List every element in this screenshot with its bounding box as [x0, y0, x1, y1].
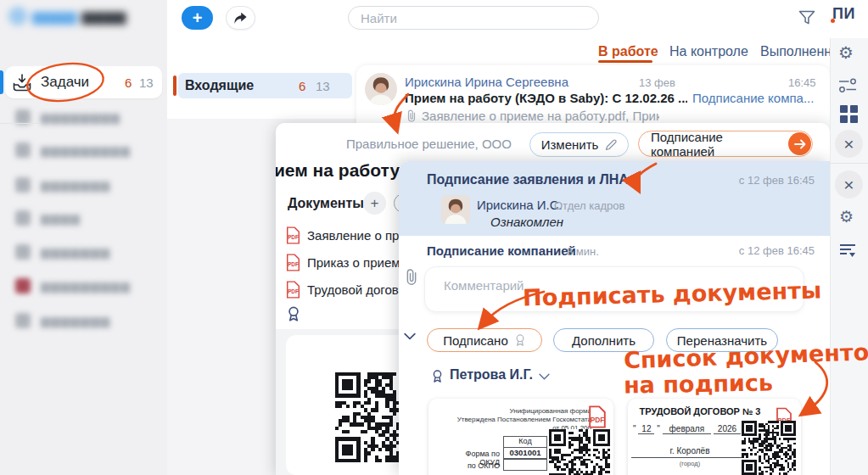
inbox-count-total: 13 — [316, 79, 330, 93]
contract-title: ТРУДОВОЙ ДОГОВОР № 3 — [628, 406, 772, 416]
add-button[interactable]: + — [182, 6, 213, 30]
sidebar-item-blurred-1[interactable]: ▆▆▆▆▆▆▆▆ — [0, 100, 167, 134]
task-stage-link[interactable]: Подписание компа... — [692, 91, 814, 105]
search-field — [348, 6, 599, 30]
okud-value: 0301001 — [503, 447, 547, 459]
pdf-icon: PDF — [286, 254, 300, 271]
pencil-icon — [605, 139, 617, 151]
sliders-icon[interactable] — [838, 78, 857, 93]
task-time: 16:45 — [788, 76, 816, 89]
paperclip-icon[interactable] — [405, 268, 418, 286]
contract-day: 12 — [638, 424, 654, 434]
comment-placeholder: Комментарий — [444, 278, 524, 293]
signer-name[interactable]: Петрова И.Г. — [450, 367, 533, 383]
stage2-duration: 8 мин. — [567, 245, 599, 258]
settings-gear-icon[interactable]: ⚙ — [838, 42, 854, 63]
active-item-indicator — [0, 70, 3, 94]
comment-input[interactable]: Комментарий — [424, 266, 804, 312]
blurred-icon — [15, 210, 31, 226]
sign-company-button[interactable]: Подписание компанией — [638, 131, 813, 157]
tasks-count-total: 13 — [139, 75, 154, 90]
sidebar-item-tasks-label: Задачи — [41, 74, 89, 91]
inbox-count-new: 6 — [299, 79, 305, 93]
doc-preview-application-form[interactable]: Унифицированная форма Утверждена Постано… — [428, 399, 613, 475]
plus-icon: + — [193, 9, 203, 26]
divider — [830, 163, 868, 164]
logo-text2-blurred: ▆▆▆▆ — [81, 8, 126, 25]
tab-in-progress[interactable]: В работе — [598, 44, 658, 59]
contract-month: февраля — [663, 424, 711, 434]
pdf-icon[interactable]: PDF — [588, 405, 607, 428]
stage2-since: с 12 фев 16:45 — [739, 244, 815, 257]
tasks-count-new: 6 — [125, 75, 132, 90]
blurred-icon — [15, 177, 31, 193]
forward-arrow-icon — [788, 132, 811, 155]
stage1-title: Подписание заявления и ЛНА — [427, 172, 629, 187]
stage1-status: Ознакомлен — [490, 215, 563, 229]
svg-text:PDF: PDF — [288, 288, 299, 294]
close-icon: × — [843, 176, 854, 193]
sidebar-item-blurred-3[interactable]: ▆▆▆▆▆▆▆ — [0, 168, 167, 202]
signer-badge-icon — [431, 369, 444, 383]
user-avatar-initials[interactable]: ПИ — [832, 5, 855, 23]
sidebar-item-blurred-5[interactable]: ▆▆▆▆▆▆▆ — [0, 235, 167, 269]
search-input[interactable] — [348, 6, 599, 30]
svg-text:PDF: PDF — [288, 234, 299, 240]
tab-on-control[interactable]: На контроле — [669, 44, 748, 59]
plus-icon: + — [371, 195, 379, 212]
documents-section-header: Документы — [288, 196, 364, 211]
stage1-person[interactable]: Ирискина И.С. — [477, 198, 563, 212]
doc-preview-labor-contract[interactable]: ТРУДОВОЙ ДОГОВОР № 3 PDF " 12 " февраля … — [628, 399, 801, 475]
blurred-icon — [15, 244, 31, 260]
sidebar-item-blurred-2[interactable]: ▆▆▆▆▆▆▆▆▆ — [0, 133, 167, 167]
sidebar-item-blurred-7[interactable]: ▆▆▆▆▆▆▆ — [0, 304, 167, 338]
reassign-button[interactable]: Переназначить — [666, 328, 778, 352]
task-subject[interactable]: Прием на работу (КЭДО в Saby): С 12.02.2… — [405, 91, 687, 105]
paperclip-icon — [406, 109, 417, 122]
supplement-button[interactable]: Дополнить — [553, 328, 654, 352]
okpo-label: по ОКПО — [449, 460, 503, 472]
sidebar: ▆▆▆▆ ▆▆▆▆ Задачи 6 13 ▆▆▆▆▆▆▆▆ ▆▆▆▆▆▆▆▆▆… — [0, 0, 167, 475]
panel-settings-gear-icon[interactable]: ⚙ — [839, 207, 854, 226]
sidebar-item-blurred-6[interactable]: ▆▆▆▆▆▆▆▆▆ — [0, 269, 167, 303]
chevron-down-icon[interactable] — [539, 373, 550, 380]
task-sender-name[interactable]: Ирискина Ирина Сергеевна — [405, 75, 568, 89]
sidebar-item-blurred-4[interactable]: ▆▆▆▆ — [0, 201, 167, 235]
folder-inbox[interactable]: Входящие 6 13 — [178, 73, 352, 98]
contract-date-line: " 12 " февраля 2026 г. — [633, 424, 748, 433]
task-attachments: Заявление о приеме на работу.pdf, Приказ… — [422, 109, 659, 123]
task-date: 13 фев — [639, 76, 675, 89]
sort-filter-icon[interactable] — [839, 243, 856, 258]
pdf-icon: PDF — [286, 226, 300, 244]
app-logo: ▆▆▆▆ ▆▆▆▆ — [8, 7, 126, 25]
grid-view-icon[interactable] — [840, 105, 858, 123]
chevron-down-icon[interactable] — [404, 332, 416, 340]
document-row-3[interactable]: PDF Трудовой догово — [286, 281, 406, 299]
stage1-avatar[interactable] — [441, 195, 470, 224]
okpo-value-empty — [503, 459, 547, 471]
close-dialog-button[interactable]: × — [835, 130, 863, 158]
blurred-icon-red — [15, 278, 31, 293]
add-document-button[interactable]: + — [363, 192, 386, 215]
qr-code — [549, 429, 610, 475]
sender-avatar[interactable] — [365, 73, 397, 105]
svg-text:PDF: PDF — [288, 261, 299, 267]
document-row-1[interactable]: PDF Заявление о при — [286, 226, 406, 244]
dialog-title-clipped: Прием на работу — [276, 160, 400, 181]
document-row-2[interactable]: PDF Приказ о приеме — [286, 254, 407, 271]
signature-badge-icon — [286, 305, 301, 322]
folder-inbox-label: Входящие — [185, 78, 254, 93]
signed-button[interactable]: Подписано — [427, 328, 542, 352]
logo-icon — [8, 7, 27, 25]
inbox-unread-bar — [173, 75, 176, 96]
svg-text:PDF: PDF — [591, 416, 605, 424]
logo-text-blurred: ▆▆▆▆ — [32, 8, 76, 25]
close-panel-button[interactable]: × — [835, 170, 863, 198]
share-button[interactable] — [226, 6, 255, 30]
close-icon: × — [843, 135, 854, 153]
contract-city-caption: (город) — [631, 460, 748, 467]
edit-button[interactable]: Изменить — [529, 132, 629, 157]
filter-funnel-icon[interactable] — [798, 10, 815, 25]
share-arrow-icon — [233, 12, 248, 25]
inbox-tray-icon — [13, 74, 31, 92]
